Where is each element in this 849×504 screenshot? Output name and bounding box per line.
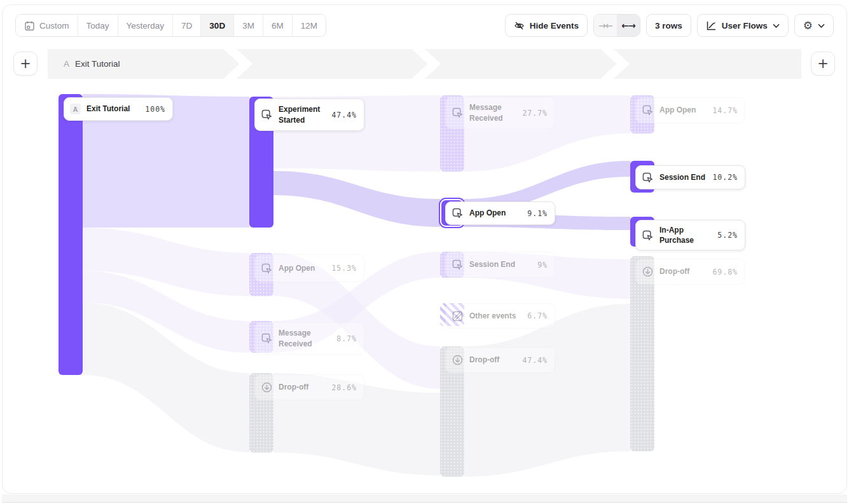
node-card-c1-exit[interactable]: AExit Tutorial100%: [64, 97, 173, 121]
node-percentage: 69.8%: [712, 268, 738, 276]
node-card-c3-msg[interactable]: Message Received27.7%: [445, 97, 555, 129]
node-label: Other events: [469, 311, 521, 321]
event-icon: [642, 172, 654, 184]
node-card-c3-other[interactable]: Other events6.7%: [445, 303, 555, 329]
node-card-c2-drop[interactable]: Drop-off28.6%: [254, 374, 364, 400]
node-card-c2-msg[interactable]: Message Received8.7%: [254, 322, 364, 355]
node-percentage: 47.4%: [522, 356, 548, 365]
node-label: Drop-off: [469, 355, 516, 365]
node-label: Session End: [469, 259, 532, 269]
node-label: Message Received: [469, 102, 516, 123]
node-label: Exit Tutorial: [86, 104, 139, 114]
node-bar-c1-exit[interactable]: [59, 94, 83, 375]
node-label: Message Received: [279, 328, 331, 348]
node-card-c4-sess[interactable]: Session End10.2%: [635, 165, 745, 189]
node-card-c4-drop[interactable]: Drop-off69.8%: [635, 259, 745, 285]
node-label: App Open: [469, 208, 521, 218]
node-card-c2-exp[interactable]: Experiment Started47.4%: [254, 99, 364, 131]
node-card-c4-app[interactable]: App Open14.7%: [635, 97, 745, 123]
event-icon: [642, 104, 654, 116]
node-percentage: 15.3%: [331, 264, 357, 273]
node-card-c4-inapp[interactable]: In-App Purchase5.2%: [635, 220, 745, 250]
event-icon: [261, 109, 273, 121]
node-card-c3-sess[interactable]: Session End9%: [445, 252, 555, 278]
event-icon: [642, 229, 654, 242]
node-card-c3-app[interactable]: App Open9.1%: [445, 201, 555, 225]
node-label: App Open: [279, 263, 326, 273]
node-card-c2-app[interactable]: App Open15.3%: [254, 254, 364, 282]
node-percentage: 6.7%: [527, 311, 548, 320]
flow-ribbons: [0, 0, 849, 504]
event-icon: [452, 207, 464, 219]
node-percentage: 9%: [537, 261, 548, 269]
node-percentage: 8.7%: [336, 334, 357, 343]
node-percentage: 27.7%: [522, 109, 548, 118]
node-percentage: 100%: [145, 105, 165, 114]
drop-off-icon: [452, 354, 464, 366]
node-card-c3-drop[interactable]: Drop-off47.4%: [445, 347, 555, 373]
node-percentage: 9.1%: [527, 209, 548, 218]
other-events-icon: [452, 310, 464, 322]
node-label: Session End: [659, 172, 707, 182]
flow-ribbon: [464, 304, 630, 477]
node-label: In-App Purchase: [659, 225, 712, 245]
event-icon: [261, 332, 273, 344]
flow-ribbon: [273, 171, 440, 227]
node-bar-c4-drop[interactable]: [630, 256, 654, 451]
drop-off-icon: [642, 266, 654, 278]
event-series-badge: A: [70, 104, 81, 114]
node-label: App Open: [659, 105, 707, 115]
event-icon: [452, 107, 464, 119]
event-icon: [261, 262, 273, 275]
node-label: Drop-off: [659, 266, 707, 276]
node-label: Experiment Started: [279, 104, 326, 125]
node-percentage: 47.4%: [331, 111, 357, 119]
event-icon: [452, 259, 464, 271]
node-percentage: 28.6%: [331, 383, 357, 392]
node-percentage: 14.7%: [712, 106, 738, 115]
node-percentage: 10.2%: [712, 173, 738, 182]
node-percentage: 5.2%: [717, 231, 738, 240]
node-label: Drop-off: [279, 382, 326, 392]
drop-off-icon: [261, 381, 273, 393]
